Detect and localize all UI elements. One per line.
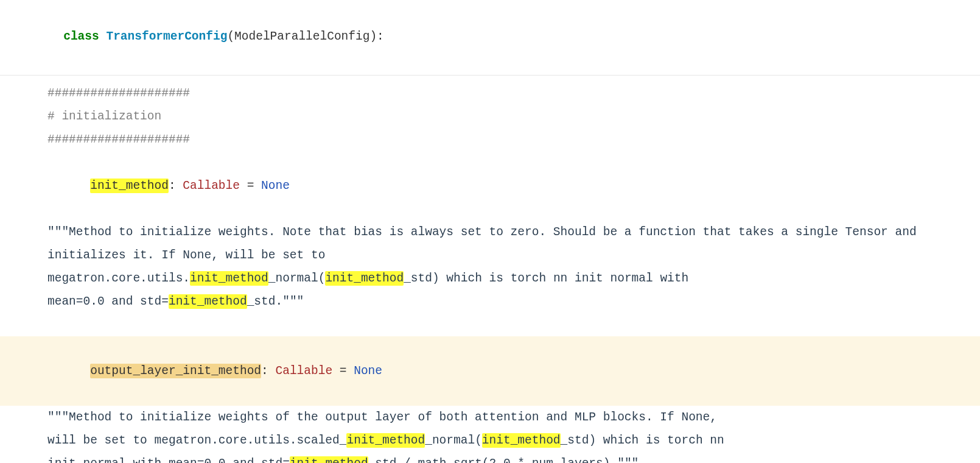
hl-init-method: init_method bbox=[482, 433, 561, 448]
base-class-name: ModelParallelConfig bbox=[234, 30, 369, 43]
comment-bar-bottom: #################### bbox=[0, 128, 980, 151]
docstring-output-layer-line1: """Method to initialize weights of the o… bbox=[0, 406, 980, 429]
class-name: TransformerConfig bbox=[106, 30, 227, 43]
comment-bar-top: #################### bbox=[0, 82, 980, 105]
type-callable: Callable bbox=[183, 179, 240, 193]
class-body: #################### # initialization ##… bbox=[0, 76, 980, 463]
docstring-output-layer-line3: init normal with mean=0.0 and std=init_m… bbox=[0, 452, 980, 463]
value-none: None bbox=[261, 179, 290, 193]
field-name-init-method: init_method bbox=[90, 178, 169, 193]
hl-init-method: init_method bbox=[190, 271, 268, 286]
docstring-init-method-line4: mean=0.0 and std=init_method_std.""" bbox=[0, 290, 980, 313]
hl-init-method: init_method bbox=[325, 271, 404, 286]
docstring-output-layer-line2: will be set to megatron.core.utils.scale… bbox=[0, 429, 980, 452]
field-name-output-layer-init-method: output_layer_init_method bbox=[90, 364, 261, 378]
class-signature-row: class TransformerConfig(ModelParallelCon… bbox=[0, 0, 980, 76]
field-init-method[interactable]: init_method: Callable = None bbox=[0, 151, 980, 221]
code-viewport: class TransformerConfig(ModelParallelCon… bbox=[0, 0, 980, 463]
hl-init-method: init_method bbox=[290, 456, 368, 463]
keyword-class: class bbox=[63, 30, 99, 43]
field-output-layer-init-method-row[interactable]: output_layer_init_method: Callable = Non… bbox=[0, 336, 980, 406]
hl-init-method: init_method bbox=[169, 294, 247, 309]
comment-section-title: # initialization bbox=[0, 105, 980, 128]
docstring-init-method-line1: """Method to initialize weights. Note th… bbox=[0, 221, 980, 267]
type-callable: Callable bbox=[275, 364, 332, 378]
class-signature[interactable]: class TransformerConfig(ModelParallelCon… bbox=[0, 2, 980, 71]
blank-line bbox=[0, 313, 980, 336]
hl-init-method: init_method bbox=[346, 433, 425, 448]
docstring-init-method-line3: megatron.core.utils.init_method_normal(i… bbox=[0, 267, 980, 290]
value-none: None bbox=[354, 364, 382, 378]
